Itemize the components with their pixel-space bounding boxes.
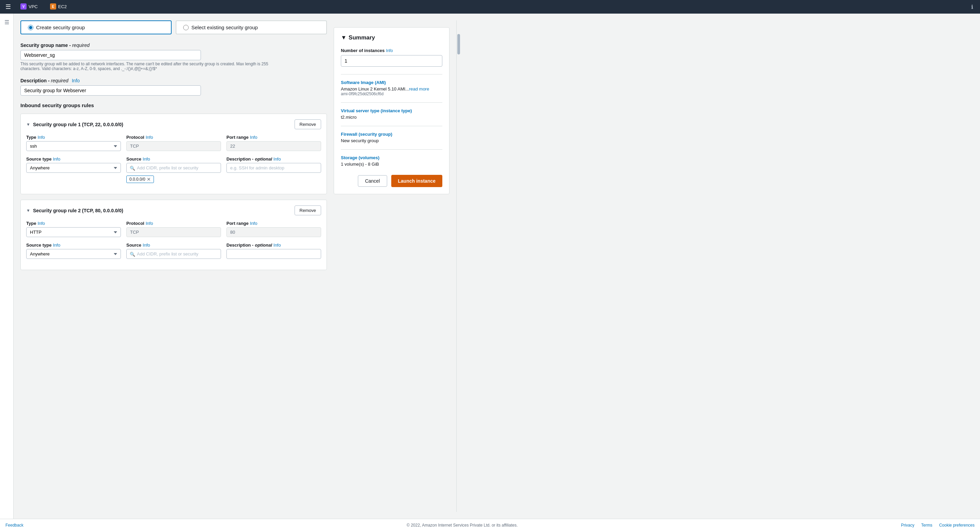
- rule-2-desc-input[interactable]: [226, 249, 321, 259]
- summary-read-more-link[interactable]: read more: [409, 86, 429, 92]
- feedback-link[interactable]: Feedback: [5, 523, 24, 528]
- rule-1-desc-info[interactable]: Info: [274, 157, 281, 162]
- sidebar-toggle-icon[interactable]: ☰: [5, 19, 9, 25]
- rule-1-portrange-info[interactable]: Info: [250, 135, 258, 140]
- summary-instances-input[interactable]: [341, 55, 442, 67]
- rule-1-type-select[interactable]: ssh HTTP HTTPS Custom TCP All traffic: [26, 141, 121, 151]
- rule-2-source-desc-row: Source type Info Anywhere Custom My IP A…: [26, 243, 321, 259]
- terms-link[interactable]: Terms: [921, 523, 932, 528]
- rule-2-sourcetype-field: Source type Info Anywhere Custom My IP A…: [26, 243, 121, 259]
- rule-1-source-tag-1-value: 0.0.0.0/0: [129, 177, 145, 182]
- rule-2-collapse-icon[interactable]: ▼: [26, 208, 30, 213]
- scrollbar[interactable]: [456, 21, 460, 512]
- summary-software-image-label[interactable]: Software Image (AMI): [341, 80, 442, 85]
- vpc-nav-tab[interactable]: V VPC: [16, 0, 42, 14]
- description-input[interactable]: [21, 86, 201, 95]
- rule-1-protocol-info[interactable]: Info: [146, 135, 153, 140]
- rule-1-source-label: Source Info: [126, 157, 221, 162]
- rule-2-source-label: Source Info: [126, 243, 221, 248]
- rule-1-portrange-label: Port range Info: [226, 135, 321, 140]
- select-security-group-label: Select existing security group: [191, 24, 258, 30]
- rule-2-remove-button[interactable]: Remove: [294, 206, 321, 215]
- cancel-button[interactable]: Cancel: [358, 175, 387, 187]
- copyright-text: © 2022, Amazon Internet Services Private…: [407, 523, 518, 528]
- rule-2-source-field: Source Info 🔍: [126, 243, 221, 259]
- summary-title: ▼ Summary: [341, 34, 442, 41]
- rule-2-desc-label: Description - optional Info: [226, 243, 321, 248]
- rule-1-type-info[interactable]: Info: [37, 135, 45, 140]
- rule-2-desc-info[interactable]: Info: [274, 243, 281, 248]
- cookie-preferences-link[interactable]: Cookie preferences: [939, 523, 975, 528]
- hamburger-icon[interactable]: ☰: [4, 2, 12, 12]
- footer-links: Privacy Terms Cookie preferences: [901, 523, 975, 528]
- summary-software-image-value: Amazon Linux 2 Kernel 5.10 AMI...read mo…: [341, 86, 442, 92]
- ec2-label: EC2: [58, 4, 67, 9]
- rule-2-type-field: Type Info SSH HTTP HTTPS Custom TCP All …: [26, 221, 121, 237]
- privacy-link[interactable]: Privacy: [901, 523, 914, 528]
- rule-1-remove-button[interactable]: Remove: [294, 119, 321, 129]
- rule-2-portrange-info[interactable]: Info: [250, 221, 258, 226]
- summary-instances-info[interactable]: Info: [386, 48, 393, 53]
- rule-1-desc-field: Description - optional Info: [226, 157, 321, 183]
- rule-1-protocol-field: Protocol Info: [126, 135, 221, 151]
- summary-instance-type-field: Virtual server type (instance type) t2.m…: [341, 108, 442, 120]
- rule-1-source-tag-1-remove[interactable]: ✕: [147, 177, 151, 182]
- rule-1-source-input[interactable]: [126, 163, 221, 173]
- rule-2-source-info[interactable]: Info: [143, 243, 150, 248]
- rule-1-protocol-label: Protocol Info: [126, 135, 221, 140]
- select-security-group-option[interactable]: Select existing security group: [176, 21, 327, 34]
- summary-collapse-icon[interactable]: ▼: [341, 34, 347, 41]
- rule-1-source-tag-1: 0.0.0.0/0 ✕: [126, 176, 154, 183]
- rule-2-title: ▼ Security group rule 2 (TCP, 80, 0.0.0.…: [26, 208, 123, 213]
- footer: Feedback © 2022, Amazon Internet Service…: [0, 519, 980, 531]
- main-layout: ☰ Create security group Select existing …: [0, 14, 980, 519]
- rule-1-sourcetype-field: Source type Info Anywhere Custom My IP A…: [26, 157, 121, 183]
- rule-1-portrange-field: Port range Info: [226, 135, 321, 151]
- rule-2-protocol-label: Protocol Info: [126, 221, 221, 226]
- launch-instance-button[interactable]: Launch instance: [391, 175, 442, 187]
- rule-2-protocol-info[interactable]: Info: [146, 221, 153, 226]
- rule-2-portrange-input: [226, 227, 321, 237]
- rule-1-desc-input[interactable]: [226, 163, 321, 173]
- rule-2-sourcetype-select[interactable]: Anywhere Custom My IP Anywhere IPv6: [26, 249, 121, 259]
- rule-1-sourcetype-select[interactable]: Anywhere Custom My IP Anywhere IPv6: [26, 163, 121, 173]
- rule-2-type-info[interactable]: Info: [37, 221, 45, 226]
- rule-2-sourcetype-info[interactable]: Info: [53, 243, 60, 248]
- summary-storage-value: 1 volume(s) - 8 GiB: [341, 162, 442, 167]
- create-security-group-option[interactable]: Create security group: [21, 21, 172, 34]
- rule-2-type-label: Type Info: [26, 221, 121, 226]
- create-security-group-label: Create security group: [36, 24, 85, 30]
- sidebar-toggle[interactable]: ☰: [0, 14, 14, 519]
- rule-1-source-info[interactable]: Info: [143, 157, 150, 162]
- rule-2-portrange-field: Port range Info: [226, 221, 321, 237]
- summary-divider-1: [341, 74, 442, 74]
- summary-firewall-label[interactable]: Firewall (security group): [341, 132, 442, 137]
- rule-1-type-field: Type Info ssh HTTP HTTPS Custom TCP All …: [26, 135, 121, 151]
- radio-options-group: Create security group Select existing se…: [21, 21, 327, 34]
- create-security-group-radio[interactable]: [28, 25, 33, 30]
- top-nav: ☰ V VPC E EC2 ℹ: [0, 0, 980, 14]
- select-security-group-radio[interactable]: [183, 25, 189, 30]
- summary-panel: ▼ Summary Number of instances Info Softw…: [334, 27, 449, 194]
- summary-instance-type-label[interactable]: Virtual server type (instance type): [341, 108, 442, 113]
- rule-2-protocol-field: Protocol Info: [126, 221, 221, 237]
- rule-1-sourcetype-label: Source type Info: [26, 157, 121, 162]
- security-group-name-label: Security group name - required: [21, 43, 327, 48]
- description-info-link[interactable]: Info: [72, 78, 80, 83]
- summary-software-image-field: Software Image (AMI) Amazon Linux 2 Kern…: [341, 80, 442, 96]
- summary-title-text: Summary: [349, 34, 375, 41]
- scrollbar-thumb[interactable]: [457, 34, 460, 54]
- rule-2-title-text: Security group rule 2 (TCP, 80, 0.0.0.0/…: [33, 208, 123, 213]
- rule-2-source-input[interactable]: [126, 249, 221, 259]
- summary-instances-label: Number of instances Info: [341, 48, 442, 53]
- rule-1-desc-label: Description - optional Info: [226, 157, 321, 162]
- ec2-nav-tab[interactable]: E EC2: [46, 0, 71, 14]
- rule-2-type-select[interactable]: SSH HTTP HTTPS Custom TCP All traffic: [26, 227, 121, 237]
- summary-storage-label[interactable]: Storage (volumes): [341, 155, 442, 160]
- info-icon[interactable]: ℹ: [969, 2, 976, 11]
- security-group-name-input[interactable]: [21, 50, 201, 60]
- summary-divider-3: [341, 126, 442, 126]
- rule-2-source-wrapper: 🔍: [126, 249, 221, 259]
- rule-1-sourcetype-info[interactable]: Info: [53, 157, 60, 162]
- rule-1-collapse-icon[interactable]: ▼: [26, 122, 30, 127]
